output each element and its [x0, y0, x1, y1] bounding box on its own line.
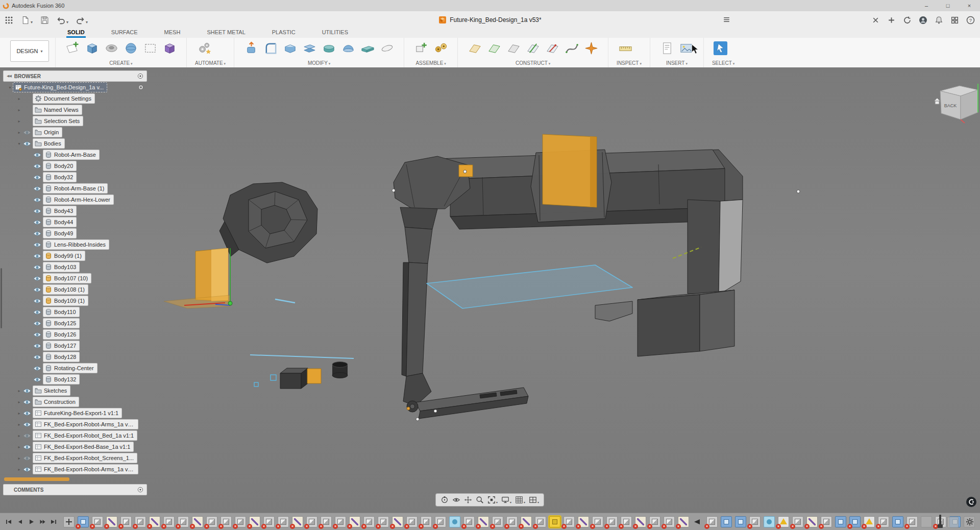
tool-button[interactable] — [544, 40, 561, 56]
item-chip[interactable]: Named Views — [33, 105, 82, 115]
nav-button[interactable] — [487, 496, 498, 504]
tool-button[interactable] — [524, 40, 542, 56]
visibility-eye-icon[interactable] — [33, 354, 42, 360]
group-label[interactable]: CREATE — [64, 60, 178, 66]
timeline-feature[interactable] — [535, 516, 546, 527]
visibility-eye-icon[interactable] — [23, 388, 32, 394]
item-chip[interactable]: Body44 — [43, 217, 77, 227]
item-chip[interactable]: Body132 — [43, 374, 80, 384]
item-chip[interactable]: Sketches — [33, 386, 70, 396]
item-chip[interactable]: Body32 — [43, 172, 77, 182]
item-chip[interactable]: Rotating-Center — [43, 363, 97, 373]
collapse-panel-icon[interactable]: ◀◀ — [4, 74, 14, 78]
browser-tree-item[interactable]: Body108 (1) — [3, 284, 147, 295]
group-label[interactable]: CONSTRUCT — [466, 60, 600, 66]
expand-arrow[interactable] — [16, 456, 22, 461]
timeline-feature[interactable] — [906, 516, 918, 527]
timeline-feature[interactable] — [878, 516, 889, 527]
ribbon-tab[interactable]: MESH — [163, 29, 182, 38]
toolbar-button[interactable] — [935, 16, 943, 25]
visibility-eye-icon[interactable] — [23, 130, 32, 135]
timeline-settings-gear-icon[interactable] — [966, 518, 974, 526]
tool-button[interactable] — [563, 40, 580, 56]
timeline-feature[interactable] — [178, 516, 189, 527]
job-status-button[interactable] — [722, 15, 731, 24]
browser-tree-item[interactable]: Body126 — [3, 329, 147, 340]
visibility-eye-icon[interactable] — [33, 343, 42, 349]
browser-tree-item[interactable]: Lens-Ribbed-Insides — [3, 239, 147, 250]
item-chip[interactable]: Body107 (10) — [43, 273, 91, 283]
visibility-eye-icon[interactable] — [23, 399, 32, 405]
visibility-eye-icon[interactable] — [33, 186, 42, 191]
timeline-feature[interactable] — [206, 516, 217, 527]
item-chip[interactable]: Body43 — [43, 206, 77, 216]
item-chip[interactable]: Robot-Arm-Base — [43, 150, 100, 160]
timeline-feature[interactable] — [492, 516, 503, 527]
group-label[interactable]: AUTOMATE — [195, 60, 226, 66]
timeline-feature[interactable] — [292, 516, 303, 527]
tool-button[interactable] — [412, 40, 430, 56]
group-label[interactable]: SELECT — [712, 60, 734, 66]
nav-button[interactable] — [529, 496, 539, 504]
tool-button[interactable] — [281, 40, 299, 56]
tool-button[interactable] — [485, 40, 503, 56]
item-chip[interactable]: Construction — [33, 397, 79, 407]
visibility-eye-icon[interactable] — [33, 321, 42, 326]
tool-button[interactable] — [658, 40, 676, 56]
item-chip[interactable]: FK_Bed-Export-Robot-Arms_1a v1... — [33, 464, 138, 474]
item-chip[interactable]: Selection Sets — [33, 116, 83, 126]
activate-component-radio[interactable] — [138, 84, 144, 90]
expand-arrow[interactable] — [16, 141, 22, 146]
item-chip[interactable]: Robot-Arm-Hex-Lower — [43, 195, 114, 205]
toolbar-button[interactable] — [76, 16, 88, 25]
group-label[interactable]: MODIFY — [242, 60, 396, 66]
toolbar-button[interactable] — [919, 16, 927, 25]
tool-button[interactable] — [195, 40, 212, 56]
timeline-feature[interactable] — [649, 516, 660, 527]
group-label[interactable]: INSPECT — [617, 60, 642, 66]
visibility-eye-icon[interactable] — [23, 455, 32, 461]
expand-arrow[interactable] — [16, 389, 22, 393]
item-chip[interactable]: Body128 — [43, 352, 80, 362]
browser-tree-item[interactable]: Robot-Arm-Base (1) — [3, 183, 147, 194]
tool-button[interactable] — [505, 40, 522, 56]
toolbar-button[interactable] — [5, 16, 13, 25]
ribbon-tab[interactable]: SHEET METAL — [206, 29, 246, 38]
group-label[interactable]: INSERT — [658, 60, 695, 66]
timeline-feature[interactable] — [621, 516, 632, 527]
timeline-feature[interactable] — [363, 516, 375, 527]
tool-button[interactable] — [262, 40, 279, 56]
visibility-eye-icon[interactable] — [33, 163, 42, 169]
tool-button[interactable] — [122, 40, 139, 56]
assistant-badge[interactable] — [966, 496, 977, 508]
timeline-feature[interactable] — [435, 516, 446, 527]
ribbon-tab[interactable]: UTILITIES — [321, 29, 349, 38]
timeline-feature[interactable] — [406, 516, 418, 527]
browser-tree-item[interactable]: Named Views — [3, 104, 147, 115]
timeline-feature[interactable] — [506, 516, 518, 527]
timeline-feature[interactable] — [821, 516, 832, 527]
expand-arrow[interactable] — [16, 433, 22, 438]
browser-tree-item[interactable]: Body132 — [3, 374, 147, 385]
timeline-feature[interactable] — [692, 516, 703, 527]
ribbon-tab[interactable]: PLASTIC — [271, 29, 297, 38]
browser-tree-item[interactable]: Body125 — [3, 318, 147, 329]
tool-button[interactable] — [339, 40, 357, 56]
browser-tree-item[interactable]: Body99 (1) — [3, 250, 147, 261]
expand-arrow[interactable] — [16, 445, 22, 449]
panel-options-icon[interactable] — [137, 73, 143, 79]
timeline-feature[interactable] — [321, 516, 332, 527]
browser-tree-item[interactable]: Sketches — [3, 385, 147, 396]
group-label[interactable]: ASSEMBLE — [412, 60, 449, 66]
browser-tree-item[interactable]: Selection Sets — [3, 115, 147, 127]
timeline-feature[interactable] — [263, 516, 275, 527]
toolbar-button[interactable] — [903, 16, 912, 25]
expand-arrow[interactable] — [16, 467, 22, 472]
item-chip[interactable]: Document Settings — [33, 93, 95, 104]
visibility-eye-icon[interactable] — [33, 309, 42, 315]
visibility-eye-icon[interactable] — [23, 422, 32, 427]
browser-tree-item[interactable]: Origin — [3, 127, 147, 138]
window-control[interactable]: □ — [937, 0, 959, 11]
browser-tree-item[interactable]: FK_Bed-Export-Robot_Bed_1a v1:1 — [3, 430, 147, 441]
browser-tree-item[interactable]: Body127 — [3, 340, 147, 351]
